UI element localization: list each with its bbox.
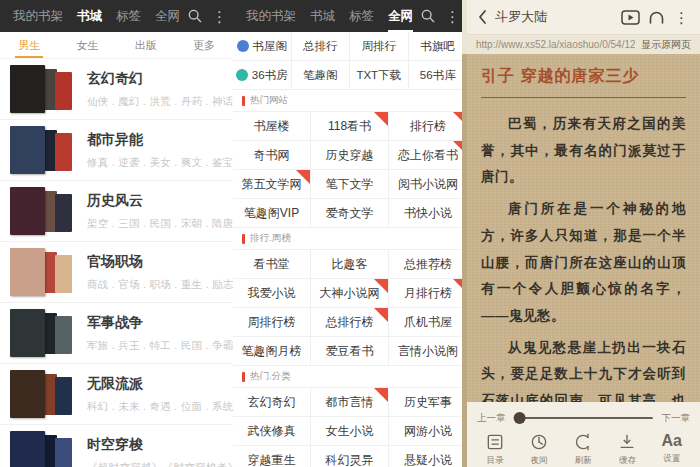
site-link-label: 爪机书屋 (404, 314, 452, 331)
back-icon[interactable] (477, 9, 487, 25)
progress-slider[interactable] (515, 417, 653, 419)
site-link[interactable]: 笔下文学 (311, 170, 389, 199)
top-tab[interactable]: 书城 (70, 0, 109, 32)
download-button[interactable]: 缓存 (617, 432, 637, 467)
site-link[interactable]: 都市言情 (311, 388, 389, 417)
book-category-item[interactable]: 历史风云 架空 . 三国 . 民国 . 宋朝 . 隋唐 (0, 181, 233, 242)
quick-link[interactable]: 书屋阁 (233, 32, 292, 61)
site-link[interactable]: 比趣客 (311, 250, 389, 279)
site-link[interactable]: 书快小说 (389, 199, 467, 228)
search-icon[interactable] (187, 8, 203, 24)
top-tab[interactable]: 全网 (381, 0, 420, 32)
site-link[interactable]: 大神小说网 (311, 279, 389, 308)
site-link[interactable]: 言情小说阁 (389, 337, 467, 366)
book-cover (10, 431, 45, 467)
book-cover (10, 248, 45, 296)
site-link[interactable]: 书屋楼 (233, 112, 311, 141)
section-marker (242, 234, 245, 244)
site-link[interactable]: 悬疑小说 (389, 446, 467, 467)
site-link[interactable]: 笔趣阁月榜 (233, 337, 311, 366)
reader-content[interactable]: 引子 穿越的唐家三少 巴蜀，历来有天府之国的美誉，其中，最有名的门派莫过于唐门。… (467, 54, 700, 402)
book-info: 玄幻奇幻 仙侠 . 魔幻 . 洪荒 . 丹药 . 神话 (87, 70, 233, 109)
site-link[interactable]: 玄幻奇幻 (233, 388, 311, 417)
site-link[interactable]: 阅书小说网 (389, 170, 467, 199)
book-category-item[interactable]: 无限流派 科幻 . 未来 . 奇遇 . 位面 . 系统 (0, 364, 233, 425)
show-original-page-link[interactable]: 显示原网页 (641, 38, 691, 52)
reader-screen: 斗罗大陆 ⋮ http://www.xs52.la/xiaoshuo/0/54/… (467, 0, 700, 467)
site-link[interactable]: 爪机书屋 (389, 308, 467, 337)
top-tab[interactable]: 全网 (148, 0, 187, 32)
quick-link[interactable]: 周排行 (350, 32, 409, 61)
quick-link[interactable]: 36书房 (233, 61, 292, 90)
category-tab[interactable]: 女生 (58, 32, 116, 58)
night-mode-button[interactable]: 夜间 (529, 432, 549, 467)
book-category-tags: 仙侠 . 魔幻 . 洪荒 . 丹药 . 神话 (87, 95, 233, 109)
site-link[interactable]: 恋上你看书 (389, 141, 467, 170)
site-link[interactable]: 奇书网 (233, 141, 311, 170)
site-link[interactable]: 爱奇文学 (311, 199, 389, 228)
quick-link[interactable]: 书旗吧 (409, 32, 468, 61)
top-tab[interactable]: 书城 (303, 0, 342, 32)
site-link[interactable]: 爱豆看书 (311, 337, 389, 366)
more-dots-icon[interactable]: ⋮ (673, 10, 690, 25)
site-link[interactable]: 历史军事 (389, 388, 467, 417)
top-tab[interactable]: 标签 (342, 0, 381, 32)
book-cover (55, 194, 72, 232)
teal-site-icon (236, 69, 248, 81)
quick-link[interactable]: 56书库 (409, 61, 468, 90)
site-link[interactable]: 女生小说 (311, 417, 389, 446)
book-category-item[interactable]: 官场职场 商战 . 官场 . 职场 . 重生 . 励志 (0, 242, 233, 303)
category-tab[interactable]: 出版 (117, 32, 175, 58)
top-tab[interactable]: 标签 (109, 0, 148, 32)
site-link[interactable]: 总排行榜 (311, 308, 389, 337)
search-icon[interactable] (420, 8, 436, 24)
book-category-item[interactable]: 时空穿梭 《超时空穿越》《时空穿梭者》 (0, 425, 233, 467)
site-link[interactable]: 118看书 (311, 112, 389, 141)
refresh-button[interactable]: 刷新 (573, 432, 593, 467)
site-link[interactable]: 笔趣阁VIP (233, 199, 311, 228)
hot-badge (374, 308, 388, 322)
book-category-item[interactable]: 都市异能 修真 . 逆袭 . 美女 . 爽文 . 鉴宝 (0, 120, 233, 181)
book-cover (10, 187, 45, 235)
site-link[interactable]: 排行榜 (389, 112, 467, 141)
top-tab[interactable]: 我的书架 (6, 0, 70, 32)
site-link[interactable]: 武侠修真 (233, 417, 311, 446)
category-tab[interactable]: 更多 (175, 32, 233, 58)
headphones-icon[interactable] (648, 10, 665, 25)
site-link-label: 书快小说 (404, 205, 452, 222)
prev-chapter-button[interactable]: 上一章 (477, 412, 506, 425)
site-link[interactable]: 总推荐榜 (389, 250, 467, 279)
quick-link[interactable]: 总排行 (292, 32, 351, 61)
site-link[interactable]: 历史穿越 (311, 141, 389, 170)
site-link[interactable]: 穿越重生 (233, 446, 311, 467)
top-tab[interactable]: 我的书架 (239, 0, 303, 32)
quick-link[interactable]: TXT下载 (350, 61, 409, 90)
site-link[interactable]: 科幻灵异 (311, 446, 389, 467)
site-link[interactable]: 我爱小说 (233, 279, 311, 308)
book-category-title: 都市异能 (87, 131, 233, 149)
site-link[interactable]: 月排行榜 (389, 279, 467, 308)
font-settings-button[interactable]: Aa 设置 (662, 432, 682, 465)
site-link-label: 大神小说网 (320, 285, 380, 302)
book-cover (55, 255, 72, 293)
toolbar-icons-row: 目录 夜间 刷新 缓存 Aa 设置 (477, 427, 690, 467)
toolbar-label: 夜间 (531, 455, 548, 467)
more-dots-icon[interactable]: ⋮ (443, 9, 462, 24)
site-link-label: 总推荐榜 (404, 256, 452, 273)
book-category-item[interactable]: 军事战争 军旅 . 兵王 . 特工 . 民国 . 争霸 (0, 303, 233, 364)
book-category-item[interactable]: 玄幻奇幻 仙侠 . 魔幻 . 洪荒 . 丹药 . 神话 (0, 59, 233, 120)
site-link-label: 看书堂 (254, 256, 290, 273)
site-link[interactable]: 网游小说 (389, 417, 467, 446)
quick-link-label: 书屋阁 (253, 39, 288, 54)
quick-link[interactable]: 笔趣阁 (292, 61, 351, 90)
more-dots-icon[interactable]: ⋮ (210, 9, 229, 24)
category-tab[interactable]: 男生 (0, 32, 58, 58)
catalog-button[interactable]: 目录 (485, 432, 505, 467)
video-icon[interactable] (621, 10, 640, 25)
site-link[interactable]: 第五文学网 (233, 170, 311, 199)
site-link[interactable]: 看书堂 (233, 250, 311, 279)
site-link[interactable]: 周排行榜 (233, 308, 311, 337)
book-cover-collage (10, 309, 74, 357)
progress-knob[interactable] (513, 412, 525, 424)
next-chapter-button[interactable]: 下一章 (662, 412, 691, 425)
